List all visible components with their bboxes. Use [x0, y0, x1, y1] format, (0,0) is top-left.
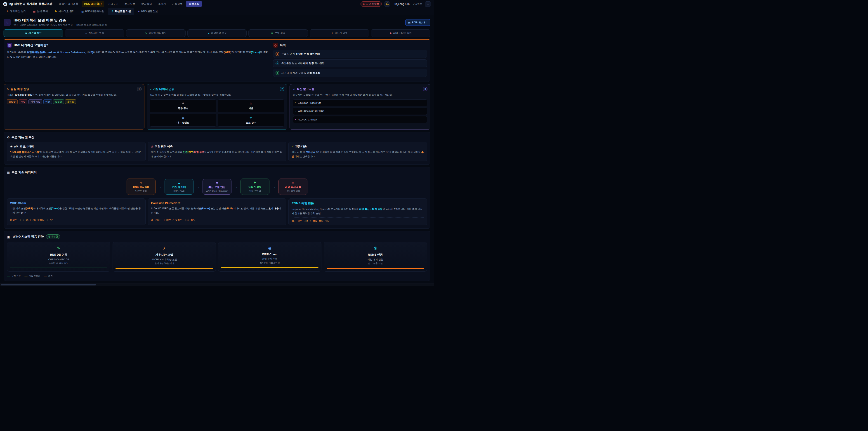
feature-body: 'HNS 유출 블랙박스 시스템'과 같이 사고 즉시 확산 방향과 농도를 예… [10, 150, 143, 159]
tab-diffusion-analysis[interactable]: ✎ 대기확산 분석 [4, 8, 29, 15]
strategy-card-title: WRF-Chem [221, 253, 318, 256]
purpose-item: 3 사고 대응 체계 구축 및 피해 최소화 [273, 69, 427, 77]
tile-label: 대기 안정도 [177, 121, 189, 124]
tab-scenario-management[interactable]: ⚑ 시나리오 관리 [52, 8, 78, 15]
tab-hns-substance-info[interactable]: ✦ HNS 물질정보 [135, 8, 161, 15]
features-title: 주요 기능 및 특징 [11, 135, 35, 140]
nav-item-oil-spill[interactable]: 유출유 확산예측 [56, 1, 81, 7]
app-logo[interactable]: W ing 해양환경 위기대응 통합시스템 [3, 2, 53, 6]
pencil-icon: ✎ [6, 10, 8, 13]
intro-hns-highlight: 위험유해물질(Hazardous & Noxious Substances, H… [27, 51, 93, 54]
section-tab-realtime-compare[interactable]: ⚡ 실시간 비교 [310, 29, 369, 37]
section-tab-gaussian[interactable]: ✦ 가우시안 모델 [65, 29, 124, 37]
number-badge: 3 [276, 71, 279, 75]
model-specs: 해상도: 1~3 km / 시간분해능: 1 hr [10, 217, 143, 222]
bell-icon [386, 2, 389, 5]
intro-panel: ▥ HNS 대기확산 모델이란? 해상에서 유출된 위험유해물질(Hazardo… [4, 39, 430, 82]
architecture-flow: ✎ HNS 물질 DB 6,000+ 물질 → ☁ 기상 데이터 KMA / A… [7, 179, 427, 195]
check-grid-icon: ▦ [271, 32, 273, 35]
flow-node-weather-data: ☁ 기상 데이터 KMA / AWS [164, 179, 193, 194]
purpose-card: ◎ 목적 1 유출 사고 시 신속한 위험 범위 예측 2 독성물질 농도 기반… [273, 43, 427, 79]
model-body: 기상 예측 모델(WRF)과 대기화학 모델(Chem)을 결합. 3차원 바람… [10, 206, 143, 215]
intro-chem-highlight: (Chem) [251, 51, 260, 54]
section-tab-validation[interactable]: ▦ 모델 검증 [248, 29, 308, 37]
nav-item-hns-diffusion[interactable]: HNS·대기확산 [82, 1, 104, 7]
list-icon: ▤ [33, 10, 35, 13]
alert-icon: ⚠ [282, 181, 304, 184]
logout-button[interactable]: 로그아웃 [412, 2, 422, 6]
tab-hns-manual[interactable]: ▥ HNS 대응매뉴얼 [79, 8, 107, 15]
scrollbar-thumb[interactable] [1, 284, 96, 285]
tab-model-theory[interactable]: ⚗ 확산모델 이론 [108, 8, 134, 15]
bolt-icon: ⚡ [291, 145, 293, 148]
strategy-card-roms: ❋ ROMS 연동 해양-대기 결합 장기 유출 지원 [324, 242, 427, 272]
arrow-right-icon: → [272, 185, 276, 189]
strategy-card-wrf-chem: ⊕ WRF-Chem 정밀 수치 모의 3D 확산 시뮬레이션 [218, 242, 321, 272]
section-tab-ocean-correction[interactable]: ☁ 해양환경 보정 [187, 29, 247, 37]
tab-label: 확산모델 이론 [115, 10, 131, 13]
tile-wind: ❄ 풍향·풍속 [150, 99, 216, 112]
model-specs: 계산시간: < 10초 / 정확도: ±10~40% [151, 217, 283, 222]
architecture-title: 주요 기술 아키텍처 [11, 171, 37, 175]
module-tabs: ✎ 대기확산 분석 ▤ 분석 목록 ⚑ 시나리오 관리 ▥ HNS 대응매뉴얼 … [0, 8, 434, 16]
feature-risk-range-prediction: ◎ 위험 범위 예측 대기 중 독성물질 농도에 따른 안전/경고/위험 구역을… [148, 142, 286, 161]
logo-icon: W [3, 2, 7, 6]
feature-title: 위험 범위 예측 [155, 145, 173, 149]
strategy-card-line2: 장기 유출 지원 [327, 262, 424, 265]
grid-icon: ▣ [25, 32, 27, 35]
features-panel: ⚙ 주요 기능 및 특징 ◉ 실시간 모니터링 'HNS 유출 블랙박스 시스템… [4, 132, 430, 165]
nav-item-integrated-search[interactable]: 통합조회 [186, 1, 202, 7]
strategy-card-title: ROMS 연동 [327, 253, 424, 257]
intro-text-part: 과 대기화학 모델 [231, 51, 251, 54]
feature-body: 해상 사고 시 조화상수 DB를 이용한 빠른 예측 기술을 포함합니다. 사전… [291, 150, 424, 159]
section-tab-overview[interactable]: ▣ 시스템 개요 [4, 29, 63, 37]
incident-status-badge[interactable]: 사고 진행중 [361, 1, 382, 6]
status-bar-in-progress [116, 268, 213, 269]
arrow-right-icon: → [234, 185, 238, 189]
horizontal-scrollbar[interactable] [0, 283, 434, 286]
feature-title: 실시간 모니터링 [14, 145, 34, 149]
strategy-card-line2: 6,000+종 물질 정보 [10, 261, 107, 265]
page-title: HNS 대기확산 모델 이론 및 검증 [13, 18, 107, 23]
incident-dot-icon [363, 3, 365, 5]
strategy-cards: ✎ HNS DB 연동 CHRIS/CAMEO DB 6,000+종 물질 정보… [7, 242, 427, 272]
nav-item-reports[interactable]: 보고자료 [122, 1, 138, 7]
flow-node-title: 확산 모델 엔진 [206, 186, 228, 189]
tag-reactivity: 반응형 [53, 99, 64, 104]
tab-label: 시나리오 관리 [58, 10, 74, 13]
document-icon: ▤ [408, 21, 410, 24]
nav-item-board[interactable]: 게시판 [155, 1, 168, 7]
feature-title: 긴급 대응 [295, 145, 307, 149]
model-body: Regional Ocean Modeling System과 연동하여 해수면… [291, 207, 424, 215]
pillar-description: 실시간 기상 정보를 입력 데이터로 사용하여 확산 방향과 속도를 결정합니다… [150, 93, 284, 97]
flow-node-decision: ⚠ 대응 의사결정 대피·방제 명령 [278, 179, 307, 195]
purpose-item-text: 유출 사고 시 신속한 위험 범위 예측 [281, 52, 320, 56]
nav-item-aerial-search[interactable]: 항공탐색 [138, 1, 154, 7]
building-icon: ▦ [151, 116, 215, 119]
section-tab-wrf-chem-evolution[interactable]: ✱ WRF-Chem 발전 [371, 29, 430, 37]
algorithm-list: • Gaussian Plume/Puff • WRF-Chem (기상+화학)… [293, 99, 427, 123]
pdf-export-button[interactable]: ▤ PDF 내보내기 [405, 19, 430, 26]
bullet-icon: • [295, 101, 296, 104]
legend-dash-icon [24, 276, 28, 276]
status-legend: 구현 완료 개발 진행중 계획 [7, 275, 427, 278]
flow-node-title: HNS 물질 DB [130, 185, 152, 189]
notification-button[interactable] [384, 1, 390, 7]
algo-label: ALOHA / CAMEO [298, 118, 317, 121]
nav-item-weather[interactable]: 기상정보 [169, 1, 185, 7]
flask-icon: ⚗ [111, 10, 114, 13]
model-card-gaussian: Gaussian Plume/Puff ALOHA/CAMEO 표준 알고리즘 … [148, 198, 286, 225]
tag-vaporization: 기화 특성 [29, 99, 42, 104]
architecture-panel: ▦ 주요 기술 아키텍처 ✎ HNS 물질 DB 6,000+ 물질 → ☁ 기… [4, 167, 430, 229]
section-tab-label: 해양환경 보정 [211, 31, 227, 35]
menu-button[interactable]: ☰ [425, 1, 431, 7]
tab-analysis-list[interactable]: ▤ 분석 목록 [30, 8, 51, 15]
nav-item-rescue[interactable]: 긴급구난 [105, 1, 121, 7]
strategy-card-title: 가우시안 모델 [116, 253, 213, 257]
section-tab-scenarios[interactable]: ✎ 물질별 시나리오 [126, 29, 186, 37]
pillar-substance-properties: ✎ 물질 특성 반영 1 HNS는 약 6,000종 이상으로, 종류가 매우 … [4, 84, 145, 130]
pillar-number-badge: 3 [423, 87, 428, 91]
ruler-icon: ◺ [4, 19, 11, 26]
weather-tiles: ❄ 풍향·풍속 ♨ 기온 ▦ 대기 안정도 ☂ 습도·강수 [150, 99, 284, 127]
hamburger-icon: ☰ [427, 2, 429, 6]
